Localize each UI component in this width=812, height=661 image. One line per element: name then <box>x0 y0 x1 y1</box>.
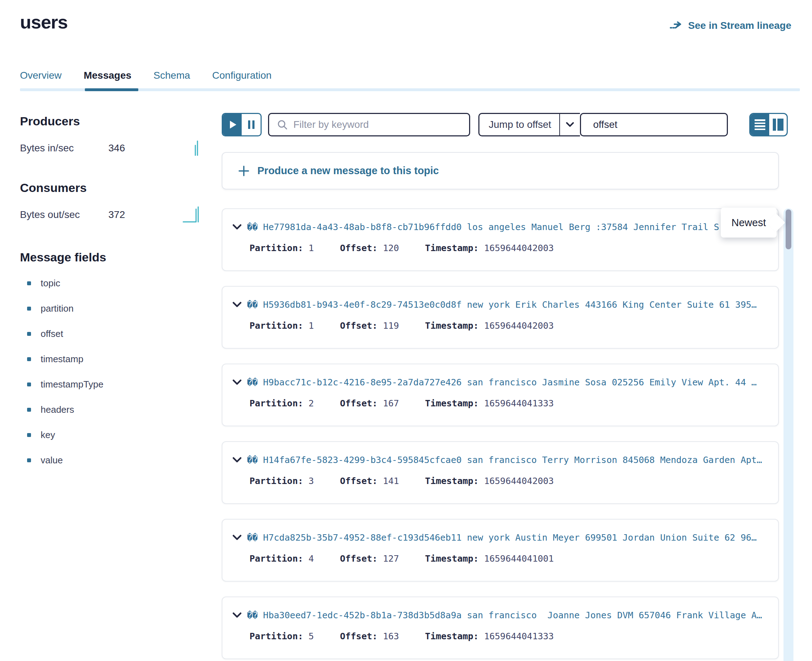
play-pause-toggle[interactable] <box>222 113 262 136</box>
message-preview-text: Hba30eed7-1edc-452b-8b1a-738d3b5d8a9a sa… <box>263 610 762 620</box>
field-label: partition <box>41 303 74 314</box>
message-row[interactable]: �� H5936db81-b943-4e0f-8c29-74513e0c0d8f… <box>222 286 779 349</box>
message-preview-line: �� H7cda825b-35b7-4952-88ef-c193d546eb11… <box>232 532 767 543</box>
message-field-item[interactable]: timestamp <box>20 346 222 372</box>
jump-to-select[interactable]: Jump to offset <box>478 113 580 136</box>
offset-value: 167 <box>383 398 399 409</box>
offset-label: Offset: <box>340 476 378 486</box>
offset-label: Offset: <box>340 321 378 331</box>
message-field-item[interactable]: topic <box>20 271 222 296</box>
partition-label: Partition: <box>250 321 303 331</box>
bytes-out-sparkline <box>183 206 203 224</box>
field-label: key <box>41 429 55 441</box>
search-icon <box>277 119 288 130</box>
field-label: timestampType <box>41 379 103 390</box>
message-row[interactable]: �� H9bacc71c-b12c-4216-8e95-2a7da727e426… <box>222 364 779 426</box>
newest-tooltip: Newest <box>721 208 777 238</box>
message-meta-line: Partition: 1 Offset: 120 Timestamp: 1659… <box>250 243 767 253</box>
timestamp-label: Timestamp: <box>425 321 479 331</box>
play-icon <box>230 121 236 129</box>
partition-label: Partition: <box>250 398 303 409</box>
keyword-filter-input[interactable] <box>293 119 461 130</box>
select-chevron-cell[interactable] <box>559 114 580 135</box>
message-field-item[interactable]: headers <box>20 397 222 422</box>
offset-value: 163 <box>383 631 399 642</box>
offset-value: 127 <box>383 554 399 564</box>
pause-icon <box>252 120 255 129</box>
field-bullet-icon <box>27 383 31 386</box>
message-row[interactable]: �� H7cda825b-35b7-4952-88ef-c193d546eb11… <box>222 519 779 581</box>
message-fields-heading: Message fields <box>20 251 222 264</box>
message-field-item[interactable]: timestampType <box>20 372 222 397</box>
message-preview-text: H5936db81-b943-4e0f-8c29-74513e0c0d8f ne… <box>263 300 757 310</box>
partition-value: 5 <box>309 631 314 642</box>
offset-search[interactable] <box>580 113 728 136</box>
message-row[interactable]: �� H14fa67fe-5823-4299-b3c4-595845cfcae0… <box>222 441 779 504</box>
message-field-item[interactable]: offset <box>20 321 222 346</box>
column-view-button[interactable] <box>769 114 787 135</box>
play-button[interactable] <box>223 114 242 135</box>
list-view-button[interactable] <box>750 114 769 135</box>
keyword-filter[interactable] <box>268 113 470 136</box>
sidebar: Producers Bytes in/sec 346 Consumers Byt… <box>0 95 222 473</box>
stream-lineage-link[interactable]: See in Stream lineage <box>670 20 791 31</box>
message-row[interactable]: �� He77981da-4a43-48ab-b8f8-cb71b96ffdd0… <box>222 208 779 271</box>
bytes-in-label: Bytes in/sec <box>20 142 108 154</box>
bytes-in-sparkline <box>191 139 203 157</box>
message-preview-line: �� He77981da-4a43-48ab-b8f8-cb71b96ffdd0… <box>232 222 767 232</box>
field-bullet-icon <box>27 458 31 462</box>
message-key-glyphs: �� <box>247 455 258 465</box>
tab-messages[interactable]: Messages <box>84 70 131 88</box>
view-mode-toggle[interactable] <box>749 113 788 136</box>
chevron-down-icon[interactable] <box>232 612 242 618</box>
message-meta-line: Partition: 4 Offset: 127 Timestamp: 1659… <box>250 554 767 564</box>
chevron-down-icon[interactable] <box>232 224 242 230</box>
tab-schema[interactable]: Schema <box>154 70 191 88</box>
chevron-down-icon[interactable] <box>232 535 242 541</box>
message-preview-line: �� H14fa67fe-5823-4299-b3c4-595845cfcae0… <box>232 455 767 465</box>
chevron-down-icon[interactable] <box>232 302 242 308</box>
pause-button[interactable] <box>242 114 261 135</box>
produce-message-button[interactable]: Produce a new message to this topic <box>222 152 779 190</box>
timestamp-label: Timestamp: <box>425 398 479 409</box>
tab-bar: Overview Messages Schema Configuration <box>20 70 800 91</box>
partition-label: Partition: <box>250 631 303 642</box>
message-list: �� He77981da-4a43-48ab-b8f8-cb71b96ffdd0… <box>222 208 812 659</box>
message-key-glyphs: �� <box>247 610 258 620</box>
message-preview-text: H14fa67fe-5823-4299-b3c4-595845cfcae0 sa… <box>263 455 762 465</box>
partition-value: 3 <box>309 476 314 486</box>
pause-icon <box>248 120 250 129</box>
stream-lineage-label: See in Stream lineage <box>688 20 791 31</box>
message-row[interactable]: �� Hba30eed7-1edc-452b-8b1a-738d3b5d8a9a… <box>222 597 779 659</box>
partition-label: Partition: <box>250 243 303 253</box>
bytes-out-value: 372 <box>108 209 125 220</box>
message-key-glyphs: �� <box>247 300 258 310</box>
message-field-item[interactable]: key <box>20 422 222 448</box>
message-field-item[interactable]: partition <box>20 296 222 321</box>
partition-value: 2 <box>309 398 314 409</box>
field-bullet-icon <box>27 357 31 361</box>
chevron-down-icon[interactable] <box>232 379 242 385</box>
field-label: headers <box>41 404 74 415</box>
bytes-out-label: Bytes out/sec <box>20 209 108 220</box>
column-view-icon <box>773 118 776 131</box>
field-bullet-icon <box>27 307 31 311</box>
field-label: timestamp <box>41 354 83 365</box>
timestamp-label: Timestamp: <box>425 554 479 564</box>
field-label: value <box>41 455 63 466</box>
offset-label: Offset: <box>340 631 378 642</box>
scrollbar-thumb[interactable] <box>786 209 791 249</box>
partition-value: 1 <box>309 243 314 253</box>
offset-search-input[interactable] <box>593 119 722 130</box>
tab-configuration[interactable]: Configuration <box>212 70 272 88</box>
field-bullet-icon <box>27 332 31 336</box>
message-field-item[interactable]: value <box>20 448 222 473</box>
scrollbar-track[interactable] <box>783 208 793 661</box>
message-meta-line: Partition: 3 Offset: 141 Timestamp: 1659… <box>250 476 767 486</box>
field-label: topic <box>41 278 60 289</box>
message-preview-text: H7cda825b-35b7-4952-88ef-c193d546eb11 ne… <box>263 532 757 543</box>
timestamp-value: 1659644042003 <box>484 321 554 331</box>
tab-overview[interactable]: Overview <box>20 70 62 88</box>
chevron-down-icon[interactable] <box>232 457 242 463</box>
partition-label: Partition: <box>250 554 303 564</box>
